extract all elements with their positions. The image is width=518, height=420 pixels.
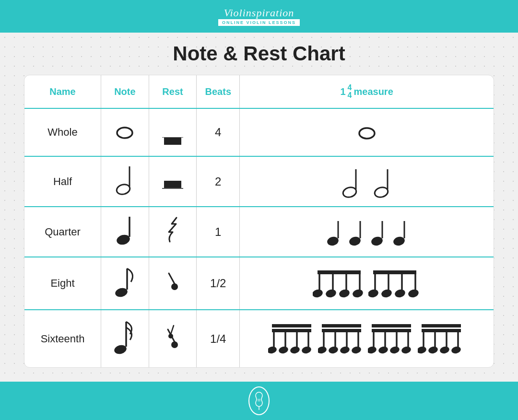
- rest-quarter: [149, 207, 197, 257]
- time-signature: 4 4: [348, 84, 352, 99]
- table-row-sixteenth: Sixteenth: [24, 310, 494, 367]
- q-note-m1: [325, 217, 342, 247]
- measure-half: [240, 156, 494, 207]
- logo-subtitle: Online Violin Lessons: [218, 19, 300, 26]
- note-eight: [101, 257, 149, 310]
- name-whole: Whole: [24, 108, 101, 156]
- svg-point-55: [289, 345, 300, 354]
- svg-point-87: [450, 345, 461, 354]
- svg-rect-49: [272, 329, 311, 332]
- violin-footer-icon: [248, 386, 270, 415]
- svg-rect-33: [373, 270, 416, 274]
- svg-point-53: [278, 345, 289, 354]
- measure-half-content: [249, 164, 484, 199]
- table-row-eight: Eight: [24, 257, 494, 310]
- svg-point-63: [328, 345, 339, 354]
- half-rest-icon: [162, 181, 183, 189]
- eighth-note-icon: [114, 264, 136, 298]
- page-title: Note & Rest Chart: [173, 42, 345, 65]
- footer-bar: [0, 382, 518, 420]
- measure-header: 1 4 4 measure: [245, 84, 489, 99]
- svg-point-8: [373, 186, 388, 198]
- svg-point-57: [301, 345, 312, 354]
- sixteenth-group-4: [418, 321, 466, 357]
- half-note-icon: [114, 162, 136, 196]
- measure-eight-content: [249, 267, 484, 300]
- sixteenth-group-1: [268, 321, 316, 357]
- violin-svg: [254, 391, 264, 410]
- svg-point-51: [268, 345, 277, 354]
- col-name: Name: [24, 75, 101, 108]
- name-eight: Eight: [24, 257, 101, 310]
- whole-rest-icon: [162, 137, 183, 145]
- col-rest: Rest: [149, 75, 197, 108]
- note-quarter: [101, 207, 149, 257]
- svg-point-3: [364, 130, 370, 136]
- svg-point-73: [377, 345, 388, 354]
- q-note-m3: [369, 217, 387, 247]
- svg-line-23: [169, 273, 175, 284]
- svg-point-28: [325, 288, 337, 298]
- svg-point-6: [341, 186, 357, 198]
- beats-sixteenth: 1/4: [197, 310, 240, 367]
- svg-point-67: [351, 345, 362, 354]
- main-content: Note & Rest Chart Name Note Rest Beats 1…: [0, 33, 518, 382]
- eighth-group-2: [368, 267, 421, 300]
- measure-prefix: 1: [340, 86, 345, 97]
- chart-container: Name Note Rest Beats 1 4 4 measure: [24, 75, 494, 368]
- note-sixteenth: [101, 310, 149, 367]
- beats-quarter: 1: [197, 207, 240, 257]
- eighth-rest-icon: [164, 267, 181, 295]
- svg-point-4: [116, 183, 131, 196]
- whole-note-measure-icon: [356, 124, 378, 141]
- logo-text: Violinspiration: [224, 7, 294, 19]
- svg-point-77: [400, 345, 412, 354]
- beats-half: 2: [197, 156, 240, 207]
- svg-point-35: [368, 288, 379, 298]
- table-header-row: Name Note Rest Beats 1 4 4 measure: [24, 75, 494, 108]
- measure-whole: [240, 108, 494, 156]
- time-sig-num: 4: [348, 84, 352, 92]
- svg-point-65: [339, 345, 350, 354]
- sixteenth-rest-icon: [164, 321, 181, 352]
- svg-rect-68: [372, 324, 411, 327]
- header-bar: Violinspiration Online Violin Lessons: [0, 0, 518, 33]
- svg-rect-78: [422, 324, 461, 327]
- svg-point-26: [313, 288, 324, 298]
- sixteenth-note-icon: [114, 317, 136, 355]
- rest-eight: [149, 257, 197, 310]
- measure-sixteenth-content: [249, 321, 484, 357]
- eighth-group-1: [313, 267, 365, 300]
- svg-rect-59: [322, 329, 361, 332]
- name-quarter: Quarter: [24, 207, 101, 257]
- svg-rect-69: [372, 329, 411, 332]
- svg-rect-58: [322, 324, 361, 327]
- measure-suffix: measure: [353, 86, 393, 97]
- col-note: Note: [101, 75, 149, 108]
- half-note-measure-1-icon: [340, 164, 362, 199]
- measure-quarter: [240, 207, 494, 257]
- rest-sixteenth: [149, 310, 197, 367]
- half-note-measure-2-icon: [372, 164, 394, 199]
- rest-half: [149, 156, 197, 207]
- table-row-whole: Whole 4: [24, 108, 494, 156]
- rest-whole: [149, 108, 197, 156]
- svg-point-75: [389, 345, 400, 354]
- note-rest-table: Name Note Rest Beats 1 4 4 measure: [24, 75, 494, 367]
- beats-eight: 1/2: [197, 257, 240, 310]
- whole-note-icon: [114, 123, 136, 140]
- name-half: Half: [24, 156, 101, 207]
- quarter-rest-icon: [163, 215, 182, 244]
- note-half: [101, 156, 149, 207]
- svg-point-61: [318, 345, 327, 354]
- svg-rect-24: [318, 270, 361, 274]
- time-sig-den: 4: [348, 92, 352, 99]
- measure-whole-content: [249, 124, 484, 141]
- svg-point-41: [407, 288, 419, 298]
- measure-eight: [240, 257, 494, 310]
- col-beats: Beats: [197, 75, 240, 108]
- svg-point-37: [380, 288, 392, 298]
- table-row-half: Half 2: [24, 156, 494, 207]
- note-whole: [101, 108, 149, 156]
- logo-container: Violinspiration Online Violin Lessons: [218, 7, 300, 26]
